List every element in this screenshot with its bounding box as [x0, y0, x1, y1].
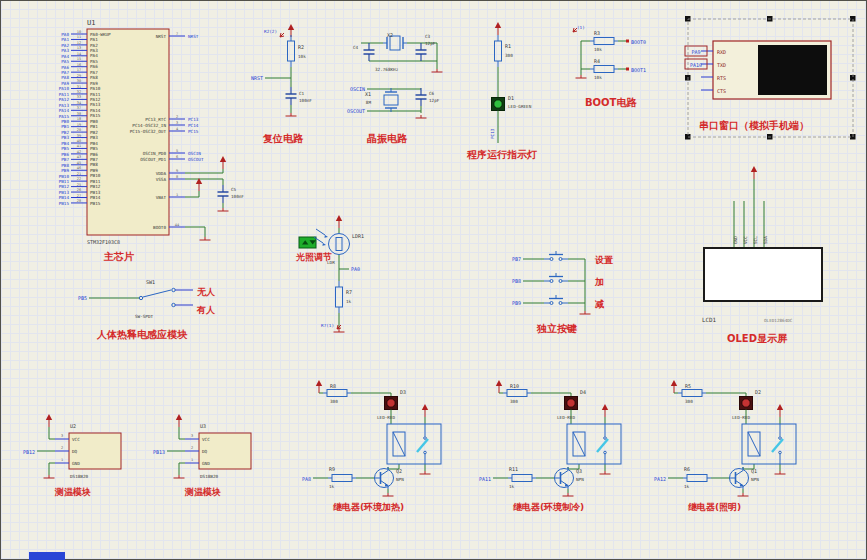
- independent-keys[interactable]: PB7 PB8 PB9 设置 加 减 独立按键: [512, 251, 613, 334]
- probe-label[interactable]: R2(2): [264, 29, 277, 34]
- net-label[interactable]: PA3: [61, 48, 69, 53]
- relay-module-cooling[interactable]: R10 300 D4 LED-RED R11 1k PA11 Q3 NPN 继电…: [479, 380, 621, 512]
- wires[interactable]: [339, 228, 349, 329]
- push-button-symbol[interactable]: [544, 251, 568, 261]
- switch-arm[interactable]: [143, 290, 171, 297]
- net-label[interactable]: NRST: [251, 75, 263, 81]
- net-label[interactable]: PB14: [59, 195, 70, 200]
- net-label[interactable]: PB2: [61, 130, 69, 135]
- net-label[interactable]: PC14: [188, 123, 199, 128]
- green-led-symbol[interactable]: [492, 94, 505, 114]
- crystal-circuit[interactable]: C4 X2 32.768KHz C3 12pF OSCIN OSCOUT X1 …: [347, 32, 443, 144]
- wires[interactable]: [89, 290, 193, 305]
- net-label[interactable]: PB13: [153, 449, 165, 455]
- relay-circuit-geometry[interactable]: [668, 380, 796, 496]
- net-label[interactable]: PB6: [61, 152, 69, 157]
- net-label[interactable]: PA8: [61, 75, 69, 80]
- net-label[interactable]: OSCOUT: [188, 157, 204, 162]
- net-label[interactable]: PB0: [61, 119, 69, 124]
- terminal-screen[interactable]: [758, 45, 827, 95]
- net-label[interactable]: PB10: [59, 174, 70, 179]
- power-terminal-icon[interactable]: [751, 166, 757, 179]
- serial-terminal[interactable]: RXD TXD RTS CTS PA9 PA10 串口窗口（模拟手机端）: [685, 16, 856, 140]
- net-label[interactable]: PA6: [61, 65, 69, 70]
- net-label[interactable]: PC15: [188, 129, 199, 134]
- switch-throw[interactable]: [172, 303, 175, 306]
- run-led-circuit[interactable]: R1 300 D1 LED-GREEN PC13 程序运行指示灯: [466, 22, 537, 160]
- wires[interactable]: [581, 41, 627, 75]
- resistor-symbol[interactable]: [336, 281, 343, 313]
- capacitor-symbol[interactable]: [218, 185, 229, 203]
- oled-screen[interactable]: [704, 248, 822, 301]
- crystal-symbol[interactable]: [383, 36, 407, 50]
- net-label[interactable]: PB12: [23, 449, 35, 455]
- resistor-symbol[interactable]: [590, 38, 618, 45]
- ground-terminal-icon[interactable]: [432, 69, 443, 72]
- push-button-symbol[interactable]: [544, 273, 568, 283]
- relay-circuit-geometry[interactable]: [493, 380, 621, 496]
- net-label[interactable]: PB3: [61, 135, 69, 140]
- net-label[interactable]: PB5: [78, 295, 87, 301]
- net-label[interactable]: OSCIN: [188, 151, 201, 156]
- net-label[interactable]: PA12: [59, 97, 70, 102]
- net-label[interactable]: PA0: [61, 32, 69, 37]
- capacitor-symbol[interactable]: [416, 88, 427, 106]
- mcu-u1[interactable]: U1 PA0-WKUP10PA0PA111PA1PA212PA2PA313PA3…: [59, 19, 245, 262]
- u1-decoupling-wires[interactable]: [185, 156, 229, 240]
- ground-terminal-icon[interactable]: [218, 208, 229, 211]
- ground-terminal-icon[interactable]: [200, 237, 211, 240]
- net-label[interactable]: BOOT1: [631, 67, 646, 73]
- net-label[interactable]: PB8: [512, 278, 521, 284]
- net-label[interactable]: PA10: [59, 86, 70, 91]
- net-label[interactable]: PA11: [479, 476, 491, 482]
- wires[interactable]: [734, 179, 764, 248]
- power-terminal-icon[interactable]: [196, 178, 202, 191]
- schematic-canvas[interactable]: U1 PA0-WKUP10PA0PA111PA1PA212PA2PA313PA3…: [0, 0, 867, 560]
- net-label[interactable]: PA4: [61, 54, 69, 59]
- relay-circuit-geometry[interactable]: [313, 380, 441, 496]
- capacitor-symbol[interactable]: [364, 43, 375, 61]
- power-terminal-icon[interactable]: [495, 22, 501, 35]
- net-label[interactable]: PB4: [61, 141, 69, 146]
- net-label[interactable]: PA1: [61, 37, 69, 42]
- ds18b20-geometry[interactable]: [37, 414, 121, 478]
- temp-module-u3[interactable]: U3 3 VCC 2 DQ 1 GND DS18B20 PB13 测温模块: [153, 414, 251, 497]
- net-label[interactable]: PB15: [59, 201, 70, 206]
- resistor-symbol[interactable]: [288, 35, 295, 67]
- net-label[interactable]: PB7: [512, 256, 521, 262]
- wires[interactable]: [523, 259, 585, 311]
- net-label[interactable]: BOOT0: [631, 39, 646, 45]
- net-label[interactable]: PA14: [59, 108, 70, 113]
- net-label[interactable]: PB11: [59, 179, 70, 184]
- wires[interactable]: [701, 51, 713, 90]
- light-sensor-circuit[interactable]: 光照调节 LDR1 LDR PA0 R7 1k R7(1): [295, 215, 364, 332]
- boot-circuit[interactable]: (1) BOOT0 BOOT1 R3 10k R4 10k BOOT电路: [573, 25, 646, 108]
- net-label[interactable]: PA13: [59, 103, 70, 108]
- ds18b20-geometry[interactable]: [167, 414, 251, 478]
- pir-module[interactable]: PB5 SW1 SW-SPDT 无人 有人 人体热释电感应模块: [78, 279, 216, 340]
- net-label[interactable]: PA8: [302, 476, 311, 482]
- reset-circuit[interactable]: R2(2) R2 10k NRST C1 100nF 复位电路: [251, 24, 312, 144]
- relay-module-heating[interactable]: R8 300 D3 LED-RED R9 1k PA8 Q2 NPN 继电器(环…: [302, 380, 441, 512]
- crystal-symbol[interactable]: [384, 88, 398, 112]
- temp-module-u2[interactable]: U2 3 VCC 2 DQ 1 GND DS18B20 PB12 测温模块: [23, 414, 121, 497]
- net-label[interactable]: PA7: [61, 70, 69, 75]
- net-label[interactable]: PA5: [61, 59, 69, 64]
- net-label[interactable]: PC13: [490, 128, 495, 139]
- power-terminal-icon[interactable]: [336, 215, 342, 228]
- net-label[interactable]: PA9: [691, 49, 700, 55]
- net-label[interactable]: OSCIN: [350, 86, 365, 92]
- net-label[interactable]: PB5: [61, 146, 69, 151]
- ground-terminal-icon[interactable]: [334, 329, 345, 332]
- net-label[interactable]: PA0: [351, 266, 360, 272]
- net-label[interactable]: PC13: [188, 117, 199, 122]
- push-button-symbol[interactable]: [544, 295, 568, 305]
- net-label[interactable]: PA9: [61, 81, 69, 86]
- net-label[interactable]: OSCOUT: [347, 108, 365, 114]
- ground-terminal-icon[interactable]: [286, 113, 297, 116]
- ground-terminal-icon[interactable]: [576, 75, 587, 78]
- resistor-symbol[interactable]: [590, 66, 618, 73]
- switch-pole[interactable]: [139, 296, 142, 299]
- power-terminal-icon[interactable]: [220, 156, 226, 169]
- relay-module-lighting[interactable]: R5 300 D2 LED-RED R6 1k PA12 Q1 NPN 继电器(…: [654, 380, 796, 512]
